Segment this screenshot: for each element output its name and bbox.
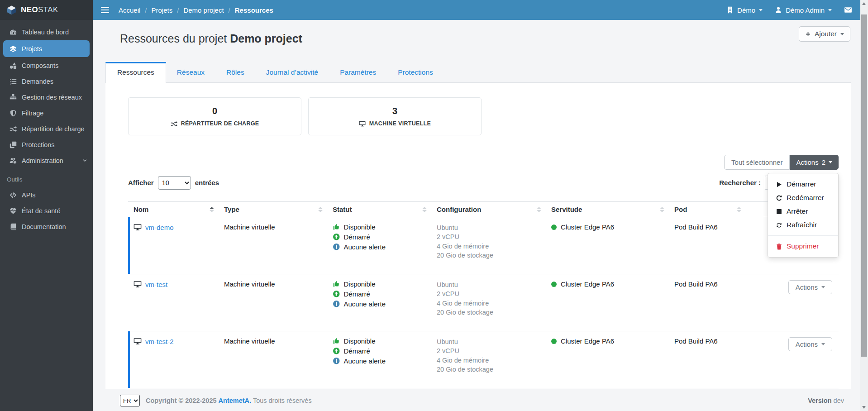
refresh-icon <box>776 222 782 229</box>
user-menu[interactable]: Démo Admin <box>775 6 832 14</box>
scroll-down-icon[interactable] <box>862 406 866 409</box>
content: Ressources Réseaux Rôles Journal d’activ… <box>105 62 851 389</box>
table-row-vm-test-2[interactable]: vm-test-2 Machine virtuelle Disponible D… <box>128 331 839 388</box>
breadcrumb-demo-project[interactable]: Demo project <box>183 6 224 14</box>
breadcrumb-ressources: Ressources <box>235 6 273 14</box>
status-label: Disponible <box>344 223 376 231</box>
status-dot <box>551 225 557 230</box>
envelope-icon <box>844 6 852 14</box>
scroll-up-icon[interactable] <box>862 2 866 5</box>
stat-label: MACHINE VIRTUELLE <box>359 120 431 127</box>
column-header-servitude[interactable]: Servitude <box>546 202 669 217</box>
row-actions-button[interactable]: Actions <box>788 280 832 294</box>
task-list-icon <box>9 78 17 85</box>
sidebar-item-demandes[interactable]: Demandes <box>0 73 93 89</box>
tab-ressources[interactable]: Ressources <box>105 62 166 83</box>
column-header-nom[interactable]: Nom <box>128 202 219 217</box>
brand-name: NEOSTAK <box>21 5 58 14</box>
menu-item-redemarrer[interactable]: Redémarrer <box>768 191 838 205</box>
cell-servitude: Cluster Edge PA6 <box>546 217 669 274</box>
sidebar-item-label: Répartition de charge <box>22 125 85 133</box>
vm-name-link[interactable]: vm-test <box>145 281 167 288</box>
column-header-configuration[interactable]: Configuration <box>431 202 546 217</box>
vm-name-link[interactable]: vm-demo <box>145 224 174 231</box>
sidebar-item-label: Composants <box>22 62 58 69</box>
tab-protections[interactable]: Protections <box>387 62 444 82</box>
cell-statut: Disponible Démarré Aucune alerte <box>327 331 431 388</box>
thumbs-up-icon <box>333 280 340 288</box>
antemeta-link[interactable]: AntemetA. <box>219 397 252 404</box>
menu-item-arreter[interactable]: Arrêter <box>768 205 838 218</box>
status-label: Démarré <box>344 233 370 241</box>
cell-statut: Disponible Démarré Aucune alerte <box>327 217 431 274</box>
bulk-actions-button[interactable]: Actions2 <box>790 155 839 170</box>
cell-pod: Pod Build PA6 <box>669 274 746 331</box>
page-size-control: Afficher 10 entrées <box>128 176 219 190</box>
menu-item-demarrer[interactable]: Démarrer <box>768 177 838 191</box>
tab-journal-activite[interactable]: Journal d’activité <box>255 62 329 82</box>
entries-label: entrées <box>195 179 219 186</box>
scrollbar[interactable] <box>860 0 868 411</box>
plus-icon <box>805 31 811 37</box>
sidebar-item-protections[interactable]: Protections <box>0 137 93 153</box>
table-header-row: Nom Type Statut Configuration Servitude … <box>128 202 839 217</box>
caret-down-icon <box>828 9 832 11</box>
sort-icon <box>660 207 664 212</box>
table-row-vm-demo[interactable]: vm-demo Machine virtuelle Disponible Dém… <box>128 217 839 274</box>
messages-button[interactable] <box>844 6 852 14</box>
stat-card-load-balancer: 0 RÉPARTITEUR DE CHARGE <box>128 97 301 135</box>
network-icon <box>9 94 17 101</box>
page-size-select[interactable]: 10 <box>158 176 191 190</box>
tab-reseaux[interactable]: Réseaux <box>166 62 215 82</box>
info-circle-icon <box>333 300 340 308</box>
stop-icon <box>776 208 782 215</box>
sidebar-item-label: État de santé <box>22 207 60 215</box>
tab-roles[interactable]: Rôles <box>215 62 255 82</box>
sidebar-item-tableau-de-bord[interactable]: Tableau de bord <box>0 24 93 40</box>
select-all-button[interactable]: Tout sélectionner <box>724 155 790 170</box>
menu-item-supprimer[interactable]: Supprimer <box>768 239 838 253</box>
column-header-type[interactable]: Type <box>219 202 327 217</box>
sidebar-item-filtrage[interactable]: Filtrage <box>0 105 93 121</box>
sidebar-item-apis[interactable]: APIs <box>0 187 93 203</box>
heart-pulse-icon <box>9 207 17 215</box>
breadcrumb-projets[interactable]: Projets <box>152 6 173 14</box>
sort-icon <box>537 207 541 212</box>
sidebar-section-outils: Outils <box>0 168 93 187</box>
add-button[interactable]: Ajouter <box>799 26 850 42</box>
tab-parametres[interactable]: Paramètres <box>329 62 387 82</box>
status-dot <box>551 339 557 344</box>
column-header-statut[interactable]: Statut <box>327 202 431 217</box>
org-menu[interactable]: Démo <box>726 6 763 14</box>
copyright-text: Copyright © 2022-2025 AntemetA. Tous dro… <box>146 397 312 404</box>
sidebar-item-repartition-de-charge[interactable]: Répartition de charge <box>0 121 93 137</box>
vm-name-link[interactable]: vm-test-2 <box>145 338 174 345</box>
shapes-icon <box>9 62 17 69</box>
menu-toggle-icon[interactable] <box>101 7 109 13</box>
table-row-vm-test[interactable]: vm-test Machine virtuelle Disponible Dém… <box>128 274 839 331</box>
row-actions-button[interactable]: Actions <box>788 337 832 351</box>
play-icon <box>776 181 782 188</box>
sidebar-item-gestion-des-reseaux[interactable]: Gestion des réseaux <box>0 89 93 105</box>
arrow-up-circle-icon <box>333 290 340 298</box>
scrollbar-thumb[interactable] <box>861 14 867 357</box>
sidebar: NEOSTAK Tableau de bord Projets Composan… <box>0 0 93 411</box>
sidebar-item-projets[interactable]: Projets <box>3 40 90 57</box>
column-header-pod[interactable]: Pod <box>669 202 746 217</box>
language-select[interactable]: FR <box>120 395 140 406</box>
sidebar-item-label: Administration <box>22 157 63 164</box>
sidebar-item-documentation[interactable]: Documentation <box>0 219 93 234</box>
menu-item-rafraichir[interactable]: Rafraîchir <box>768 218 838 232</box>
sidebar-item-label: Filtrage <box>22 110 43 117</box>
sidebar-item-administration[interactable]: Administration <box>0 153 93 168</box>
cell-pod: Pod Build PA6 <box>669 217 746 274</box>
sidebar-item-label: Projets <box>22 45 42 53</box>
sidebar-item-composants[interactable]: Composants <box>0 57 93 73</box>
breadcrumb-accueil[interactable]: Accueil <box>119 6 140 14</box>
arrow-up-circle-icon <box>333 233 340 241</box>
breadcrumb-separator: / <box>229 6 230 14</box>
brand[interactable]: NEOSTAK <box>0 0 93 20</box>
sort-icon <box>318 207 323 212</box>
sidebar-item-etat-de-sante[interactable]: État de santé <box>0 203 93 219</box>
status-label: Aucune alerte <box>344 300 386 308</box>
